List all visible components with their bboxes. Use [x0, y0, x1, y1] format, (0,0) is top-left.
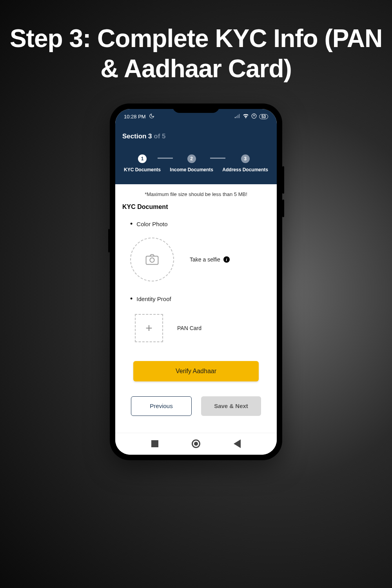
- section-total: of 5: [152, 132, 166, 140]
- pan-upload-button[interactable]: +: [135, 314, 163, 342]
- battery-icon: 53: [259, 114, 268, 119]
- pan-upload-row: + PAN Card: [122, 314, 270, 342]
- home-button[interactable]: [192, 439, 200, 448]
- identity-proof-label: Identity Proof: [136, 296, 171, 302]
- svg-rect-1: [236, 116, 237, 118]
- page-title: Step 3: Complete KYC Info (PAN & Aadhaar…: [0, 24, 392, 84]
- color-photo-row: • Color Photo: [122, 220, 270, 228]
- step-label-1: KYC Documents: [124, 167, 161, 172]
- nav-button-row: Previous Save & Next: [122, 396, 270, 416]
- step-kyc-documents[interactable]: 1 KYC Documents: [124, 154, 161, 172]
- svg-rect-5: [146, 256, 158, 264]
- info-icon[interactable]: i: [223, 256, 230, 263]
- bullet-icon: •: [130, 295, 132, 303]
- identity-proof-row: • Identity Proof: [122, 295, 270, 303]
- filesize-note: *Maximum file size should be less than 5…: [122, 191, 270, 197]
- section-current: Section 3: [122, 132, 152, 140]
- svg-rect-0: [235, 117, 236, 118]
- verify-aadhaar-button[interactable]: Verify Aadhaar: [133, 361, 259, 381]
- take-selfie-label-group: Take a selfie i: [190, 256, 230, 263]
- previous-button[interactable]: Previous: [131, 396, 192, 416]
- take-selfie-label: Take a selfie: [190, 256, 220, 263]
- wifi-icon: [243, 114, 249, 120]
- step-dot-2: 2: [187, 154, 196, 163]
- camera-icon: [145, 254, 159, 265]
- step-label-3: Address Documents: [222, 167, 268, 172]
- step-dot-1: 1: [138, 154, 147, 163]
- plus-icon: +: [145, 321, 152, 335]
- pan-card-label: PAN Card: [177, 325, 201, 331]
- phone-notch: [172, 103, 220, 113]
- data-icon: [251, 113, 257, 120]
- recent-apps-button[interactable]: [151, 440, 158, 447]
- app-header: Section 3 of 5 1 KYC Documents 2 Income …: [115, 125, 277, 184]
- step-label-2: Income Documents: [170, 167, 213, 172]
- volume-button: [282, 166, 284, 194]
- save-next-button[interactable]: Save & Next: [201, 396, 261, 416]
- kyc-document-heading: KYC Document: [122, 203, 270, 211]
- status-time: 10:28 PM: [124, 114, 146, 120]
- selfie-upload-row: Take a selfie i: [122, 238, 270, 281]
- phone-screen: 10:28 PM 53 Section 3 of: [115, 109, 277, 455]
- android-nav-bar: [115, 433, 277, 455]
- color-photo-label: Color Photo: [136, 221, 167, 227]
- moon-icon: [149, 113, 154, 120]
- side-button: [108, 229, 110, 252]
- bullet-icon: •: [130, 220, 132, 228]
- power-button: [282, 200, 284, 217]
- selfie-upload-button[interactable]: [130, 238, 174, 281]
- section-label: Section 3 of 5: [122, 132, 270, 140]
- step-address-documents[interactable]: 3 Address Documents: [222, 154, 268, 172]
- phone-frame: 10:28 PM 53 Section 3 of: [110, 103, 282, 460]
- svg-rect-2: [238, 115, 238, 118]
- step-dot-3: 3: [241, 154, 250, 163]
- step-income-documents[interactable]: 2 Income Documents: [170, 154, 213, 172]
- back-button[interactable]: [234, 439, 241, 448]
- svg-point-6: [150, 258, 154, 262]
- svg-rect-3: [239, 114, 240, 118]
- progress-stepper: 1 KYC Documents 2 Income Documents 3 Add…: [122, 154, 270, 172]
- content-area: *Maximum file size should be less than 5…: [115, 184, 277, 433]
- signal-icon: [235, 114, 240, 120]
